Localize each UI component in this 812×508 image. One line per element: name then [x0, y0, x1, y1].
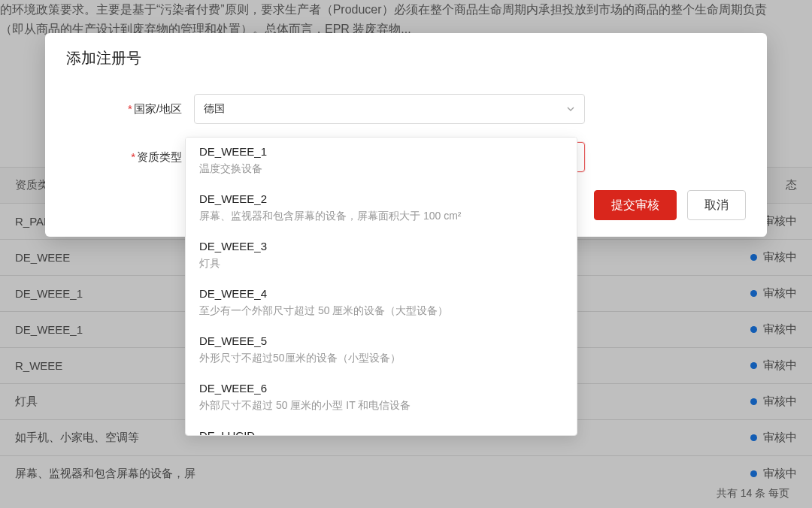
quality-type-dropdown[interactable]: DE_WEEE_1温度交换设备DE_WEEE_2屏幕、监视器和包含屏幕的设备，屏… — [185, 137, 577, 436]
dropdown-option-desc: 温度交换设备 — [199, 161, 563, 176]
dropdown-option-code: DE_WEEE_1 — [199, 145, 563, 158]
country-label: *国家/地区 — [66, 102, 194, 116]
dropdown-option[interactable]: DE_WEEE_6外部尺寸不超过 50 厘米的小型 IT 和电信设备 — [186, 374, 577, 422]
dropdown-option-desc: 外部尺寸不超过 50 厘米的小型 IT 和电信设备 — [199, 398, 563, 413]
dropdown-option-code: DE_LUCID — [199, 429, 563, 436]
quality-type-label: *资质类型 — [66, 150, 194, 165]
dropdown-option-desc: 屏幕、监视器和包含屏幕的设备，屏幕面积大于 100 cm² — [199, 208, 563, 223]
dropdown-option-code: DE_WEEE_5 — [199, 334, 563, 347]
dropdown-option-desc: 至少有一个外部尺寸超过 50 厘米的设备（大型设备） — [199, 303, 563, 318]
country-select-value: 德国 — [204, 102, 225, 116]
dropdown-option[interactable]: DE_WEEE_4至少有一个外部尺寸超过 50 厘米的设备（大型设备） — [186, 280, 577, 327]
submit-button[interactable]: 提交审核 — [594, 190, 677, 220]
modal-title: 添加注册号 — [66, 48, 746, 68]
country-select[interactable]: 德国 — [194, 94, 585, 124]
required-mark: * — [131, 150, 135, 163]
cancel-button[interactable]: 取消 — [687, 190, 746, 220]
dropdown-option-code: DE_WEEE_2 — [199, 192, 563, 205]
dropdown-option-code: DE_WEEE_4 — [199, 287, 563, 300]
dropdown-option-code: DE_WEEE_3 — [199, 240, 563, 252]
dropdown-option[interactable]: DE_WEEE_5外形尺寸不超过50厘米的设备（小型设备） — [186, 327, 577, 374]
dropdown-option[interactable]: DE_WEEE_1温度交换设备 — [186, 138, 577, 185]
row-country: *国家/地区 德国 — [66, 94, 746, 124]
dropdown-option[interactable]: DE_LUCID — [186, 422, 577, 436]
chevron-down-icon — [566, 104, 575, 113]
dropdown-option[interactable]: DE_WEEE_2屏幕、监视器和包含屏幕的设备，屏幕面积大于 100 cm² — [186, 185, 577, 232]
dropdown-option-desc: 外形尺寸不超过50厘米的设备（小型设备） — [199, 350, 563, 365]
dropdown-option-code: DE_WEEE_6 — [199, 382, 563, 395]
dropdown-option-desc: 灯具 — [199, 256, 563, 271]
required-mark: * — [128, 102, 132, 115]
dropdown-option[interactable]: DE_WEEE_3灯具 — [186, 232, 577, 280]
